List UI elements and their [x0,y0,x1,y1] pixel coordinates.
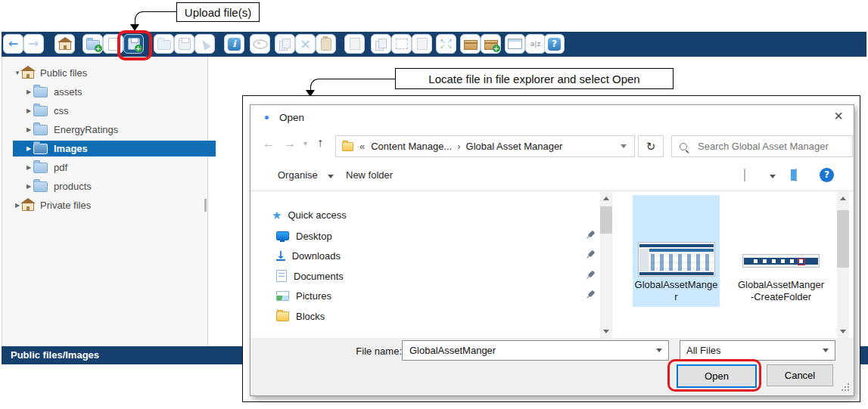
toolbar-button-open-folder[interactable] [154,34,174,54]
toolbar-button-duplicate[interactable] [371,34,391,54]
tree-item-images-selected[interactable]: ▶ Images [13,141,216,156]
files-scrollbar[interactable] [837,192,849,338]
search-box[interactable] [671,135,853,157]
toolbar-button-help[interactable]: ? [544,34,565,54]
thumbnail-view-icon[interactable] [744,169,745,181]
folder-icon [342,142,353,151]
scrollbar-thumb[interactable] [837,210,849,268]
place-quick-access[interactable]: ★ Quick access [272,206,347,223]
file-type-select[interactable]: All Files [680,340,835,361]
tree-item-css[interactable]: ▶ css [2,103,229,119]
tree-item-assets[interactable]: ▶ assets [2,84,229,100]
toolbar-button-forward[interactable]: → [23,34,44,54]
close-icon[interactable]: × [834,108,843,123]
place-pictures[interactable]: Pictures [276,287,331,304]
chevron-collapsed-icon[interactable]: ▶ [24,164,33,171]
pin-icon[interactable] [588,271,596,278]
nav-history-chevron-icon[interactable]: ▾ [303,139,307,147]
pictures-icon [276,291,289,301]
tree-item-products[interactable]: ▶ products [2,178,229,194]
place-blocks[interactable]: Blocks [276,308,325,324]
toolbar-button-pointer[interactable] [194,34,215,54]
scroll-down-icon[interactable] [837,325,849,338]
scrollbar-thumb[interactable] [600,206,612,234]
toolbar-button-home[interactable] [54,34,75,54]
tree-item-public-files[interactable]: ▼ Public files [2,65,218,81]
file-tile-globalassetmanger-createfolder[interactable]: GlobalAssetManger-CreateFolder [735,195,827,307]
search-input[interactable] [696,140,851,153]
pin-icon[interactable] [588,290,596,298]
toolbar-button-archive[interactable] [460,34,481,54]
toolbar-button-select[interactable] [391,34,412,54]
toolbar-button-cut[interactable]: × [295,34,316,54]
forward-icon: → [29,38,39,50]
scroll-up-icon[interactable] [837,192,849,205]
toolbar-button-archive-add[interactable]: + [481,34,501,54]
file-thumbnail [742,254,820,268]
places-scrollbar[interactable] [600,192,612,338]
file-name-input[interactable] [408,344,646,357]
screenshot-root: ← → + + i × + a|z ? ▼ Public files ▶ [0,0,868,409]
breadcrumb-separator: › [457,141,460,152]
toolbar-button-preview[interactable] [250,34,270,54]
address-bar[interactable]: « Content Manage... › Global Asset Manag… [335,135,635,157]
breadcrumb-parent[interactable]: Content Manage... [371,141,452,152]
cancel-button[interactable]: Cancel [767,364,833,386]
folder-icon [33,181,48,192]
address-dropdown-icon[interactable] [621,144,627,148]
toolbar-button-paste[interactable] [316,34,336,54]
organise-menu[interactable]: Organise [278,169,318,181]
file-tile-globalassetmanger[interactable]: GlobalAssetManger [633,195,720,307]
nav-back-icon[interactable]: ← [263,137,275,150]
nav-up-icon[interactable]: ↑ [317,136,323,150]
tree-item-private-files[interactable]: ▶ Private files [2,197,218,213]
toolbar-button-back[interactable]: ← [3,34,23,54]
breadcrumb-collapsed[interactable]: « [359,141,365,152]
tree-item-energyratings[interactable]: ▶ EnergyRatings [2,122,229,138]
chevron-collapsed-icon[interactable]: ▶ [24,126,33,133]
chevron-collapsed-icon[interactable]: ▶ [24,88,33,95]
toolbar-button-save[interactable] [174,34,194,54]
refresh-button[interactable]: ↻ [638,135,664,157]
chevron-collapsed-icon[interactable]: ▶ [24,183,33,190]
chevron-collapsed-icon[interactable]: ▶ [24,145,33,152]
toolbar-button-resize[interactable] [436,34,456,54]
sort-az-icon: a|z [530,41,540,48]
toolbar-button-add-folder[interactable]: + [82,34,103,54]
view-dropdown-icon[interactable] [770,175,776,178]
dialog-help-icon[interactable]: ? [820,168,834,182]
new-folder-button[interactable]: New folder [346,169,393,181]
toolbar-button-delete[interactable] [344,34,365,54]
tree-scrollbar-thumb[interactable] [204,199,207,212]
toolbar-button-copy[interactable] [275,34,295,54]
dialog-title: Open [279,112,304,123]
toolbar-button-rename[interactable] [412,34,432,54]
toolbar-button-info[interactable]: i [224,34,244,54]
tree-item-pdf[interactable]: ▶ pdf [2,160,229,175]
nav-forward-icon[interactable]: → [284,137,296,150]
scroll-down-icon[interactable] [600,325,612,338]
place-downloads[interactable]: ↓ Downloads [276,247,341,264]
open-button[interactable]: Open [677,364,757,388]
organise-dropdown-icon[interactable] [328,175,334,178]
breadcrumb-current[interactable]: Global Asset Manager [466,141,563,152]
toolbar-button-sort-az[interactable]: a|z [525,34,546,54]
place-documents[interactable]: Documents [276,268,344,284]
pin-icon[interactable] [588,250,596,258]
locate-callout-connector [310,79,395,94]
file-name-combo[interactable] [402,340,669,361]
details-pane-icon[interactable] [795,169,797,181]
file-type-dropdown-icon[interactable] [823,349,829,352]
resize-grip-icon[interactable] [848,389,849,391]
place-desktop[interactable]: Desktop [276,228,332,244]
dialog-title-bar[interactable]: Open × [250,105,854,129]
resize-arrows-icon [440,39,453,50]
chevron-collapsed-icon[interactable]: ▶ [24,107,33,114]
toolbar-button-window-view[interactable] [505,34,525,54]
pin-icon[interactable] [588,231,596,238]
folder-icon [33,87,48,98]
scroll-up-icon[interactable] [600,192,612,205]
file-name-dropdown-icon[interactable] [656,349,662,352]
eye-icon [253,39,268,49]
open-file-dialog: Open × ← → ▾ ↑ « Content Manage... › Glo… [250,104,854,396]
